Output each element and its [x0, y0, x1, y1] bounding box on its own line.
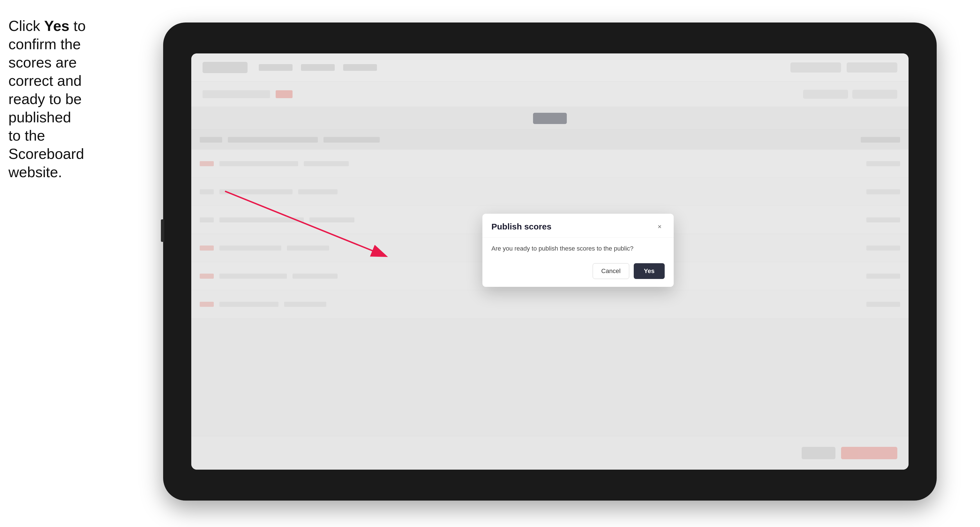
tablet-screen: Publish scores × Are you ready to publis… — [191, 54, 908, 470]
tablet-device: Publish scores × Are you ready to publis… — [163, 22, 937, 500]
instruction-text: Click Yes to confirm the scores are corr… — [8, 17, 87, 181]
modal-body: Are you ready to publish these scores to… — [482, 238, 674, 259]
modal-title: Publish scores — [492, 222, 551, 232]
publish-scores-modal: Publish scores × Are you ready to publis… — [482, 214, 674, 287]
instruction-prefix: Click — [8, 18, 44, 34]
instruction-bold: Yes — [44, 18, 70, 34]
modal-message: Are you ready to publish these scores to… — [492, 244, 665, 253]
cancel-button[interactable]: Cancel — [593, 263, 629, 279]
instruction-suffix: to confirm the scores are correct and re… — [8, 18, 86, 180]
tablet-side-button — [161, 219, 164, 242]
modal-close-button[interactable]: × — [655, 222, 665, 232]
modal-header: Publish scores × — [482, 214, 674, 238]
modal-footer: Cancel Yes — [482, 259, 674, 287]
yes-button[interactable]: Yes — [634, 263, 665, 279]
modal-overlay: Publish scores × Are you ready to publis… — [191, 54, 908, 470]
